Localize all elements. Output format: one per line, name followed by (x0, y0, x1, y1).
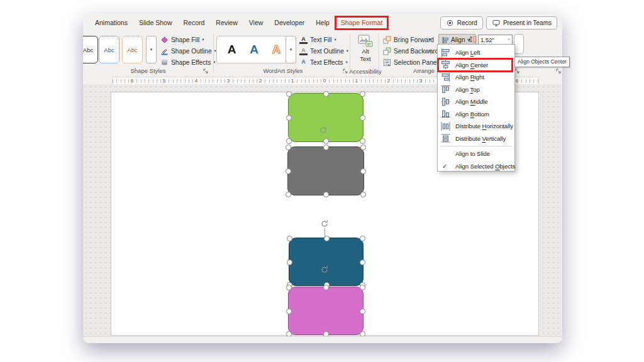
selection-handle[interactable] (360, 192, 366, 197)
teal-rounded-rectangle[interactable] (289, 238, 364, 286)
send-backward-label: Send Backward (394, 48, 438, 55)
text-effects-button[interactable]: A Text Effects ▾ (299, 57, 348, 67)
selection-handle[interactable] (286, 168, 291, 174)
align-middle-icon (441, 97, 455, 106)
menu-item-distribute-horizontally[interactable]: Distribute Horizontally (438, 120, 514, 133)
selection-handle[interactable] (287, 260, 292, 265)
bring-forward-icon (382, 36, 391, 44)
menu-item-align-selected-objects[interactable]: ✓ Align Selected Objects (438, 160, 514, 173)
selection-handle[interactable] (287, 236, 292, 241)
selection-handle[interactable] (286, 91, 292, 97)
rotate-handle-icon[interactable] (319, 126, 328, 134)
tab-developer[interactable]: Developer (269, 16, 310, 30)
wordart-style-3[interactable]: A (272, 43, 280, 57)
align-icon (441, 36, 449, 44)
bring-forward-button[interactable]: Bring Forward ▾ (382, 35, 434, 45)
menu-item-align-bottom[interactable]: Align Bottom (438, 108, 514, 121)
tab-help[interactable]: Help (310, 16, 335, 30)
selection-handle[interactable] (286, 192, 291, 197)
tab-view[interactable]: View (243, 16, 269, 30)
selection-handle[interactable] (323, 145, 329, 150)
text-fill-button[interactable]: A Text Fill ▾ (299, 35, 336, 45)
bring-forward-label: Bring Forward (394, 36, 434, 43)
selection-handle[interactable] (286, 285, 292, 290)
selection-handle[interactable] (360, 91, 365, 97)
selection-pane-button[interactable]: Selection Pane (382, 57, 437, 67)
menu-item-align-to-slide[interactable]: Align to Slide (438, 148, 514, 160)
selection-handle[interactable] (360, 115, 365, 121)
align-dropdown-menu: Align Left Align Center Align Right Alig… (437, 44, 515, 172)
selection-handle[interactable] (286, 115, 292, 121)
text-fill-icon: A (299, 36, 308, 44)
text-outline-label: Text Outline (310, 48, 344, 55)
selection-handle[interactable] (360, 260, 365, 265)
menu-item-align-top[interactable]: Align Top (438, 84, 514, 96)
text-effects-icon: A (299, 58, 308, 67)
chevron-down-icon: ▾ (345, 60, 347, 65)
shape-height-value: 1.52" (480, 36, 494, 43)
size-group-fragment (514, 34, 524, 54)
align-button-label: Align (451, 36, 465, 43)
selection-handle[interactable] (360, 285, 365, 290)
shape-effects-button[interactable]: Shape Effects ▾ (160, 57, 216, 67)
shape-outline-label: Shape Outline (171, 48, 212, 55)
selection-handle[interactable] (286, 309, 292, 314)
dialog-launcher-icon[interactable] (556, 69, 562, 74)
shape-style-preset-2[interactable]: Abc (99, 36, 119, 63)
selection-handle[interactable] (323, 285, 329, 290)
rotate-handle-icon[interactable] (320, 219, 329, 228)
wordart-more-button[interactable]: ▾ (286, 36, 296, 63)
tab-slide-show[interactable]: Slide Show (133, 16, 178, 30)
rotate-handle-stem (325, 228, 325, 238)
wordart-style-1[interactable]: A (228, 43, 236, 57)
text-outline-button[interactable]: A Text Outline ▾ (299, 46, 348, 56)
wordart-gallery[interactable]: A A A (216, 36, 292, 63)
align-left-icon (441, 48, 455, 57)
selection-handle[interactable] (286, 145, 291, 150)
group-divider (350, 34, 350, 73)
menu-item-align-left[interactable]: Align Left (438, 47, 514, 59)
chevron-down-icon: ▾ (429, 37, 431, 42)
selection-handle[interactable] (323, 138, 329, 144)
shape-outline-button[interactable]: Shape Outline ▾ (160, 46, 216, 56)
spinner-up-icon[interactable]: ^ (508, 38, 512, 42)
shape-styles-more-button[interactable]: ▾ (146, 36, 157, 63)
selection-handle[interactable] (360, 309, 365, 314)
selection-handle[interactable] (323, 192, 329, 197)
green-rounded-rectangle[interactable] (288, 93, 364, 142)
text-fill-label: Text Fill (310, 36, 332, 43)
tab-review[interactable]: Review (210, 16, 243, 30)
magenta-rounded-rectangle[interactable] (288, 287, 364, 335)
text-effects-label: Text Effects (310, 59, 343, 66)
selection-handle[interactable] (360, 138, 365, 144)
tab-record[interactable]: Record (177, 16, 210, 30)
selection-handle[interactable] (286, 138, 292, 144)
alt-text-button[interactable]: Alt Text (352, 35, 379, 71)
shape-fill-button[interactable]: Shape Fill ▾ (160, 35, 204, 45)
send-backward-button[interactable]: Send Backward ▾ (382, 46, 438, 56)
menu-item-align-right[interactable]: Align Right (438, 71, 514, 84)
wordart-style-2[interactable]: A (250, 43, 258, 57)
record-button[interactable]: Record (440, 16, 483, 30)
alt-text-label-line1: Alt (362, 48, 369, 55)
shape-fill-icon (160, 36, 169, 44)
tab-animations[interactable]: Animations (89, 16, 133, 30)
menu-item-align-middle[interactable]: Align Middle (438, 96, 514, 108)
chevron-down-icon: ▾ (150, 47, 153, 52)
selection-handle[interactable] (360, 236, 365, 241)
shape-style-preset-1[interactable]: Abc (83, 36, 98, 63)
size-dialog-launcher-icon[interactable] (514, 69, 520, 74)
send-backward-icon (382, 47, 391, 55)
rotate-handle-icon[interactable] (320, 265, 329, 274)
selection-handle[interactable] (360, 168, 366, 174)
present-in-teams-button[interactable]: Present in Teams (486, 16, 557, 30)
menu-item-align-center[interactable]: Align Center (438, 59, 514, 72)
shape-styles-dialog-launcher-icon[interactable] (203, 69, 209, 74)
selection-handle[interactable] (360, 145, 366, 150)
shape-styles-group-label: Shape Styles (83, 67, 213, 74)
tab-shape-format[interactable]: Shape Format (335, 16, 389, 30)
shape-style-preset-3[interactable]: Abc (122, 36, 143, 63)
selection-handle[interactable] (323, 91, 329, 97)
menu-item-distribute-vertically[interactable]: Distribute Vertically (438, 133, 514, 145)
gray-rounded-rectangle[interactable] (287, 146, 364, 195)
